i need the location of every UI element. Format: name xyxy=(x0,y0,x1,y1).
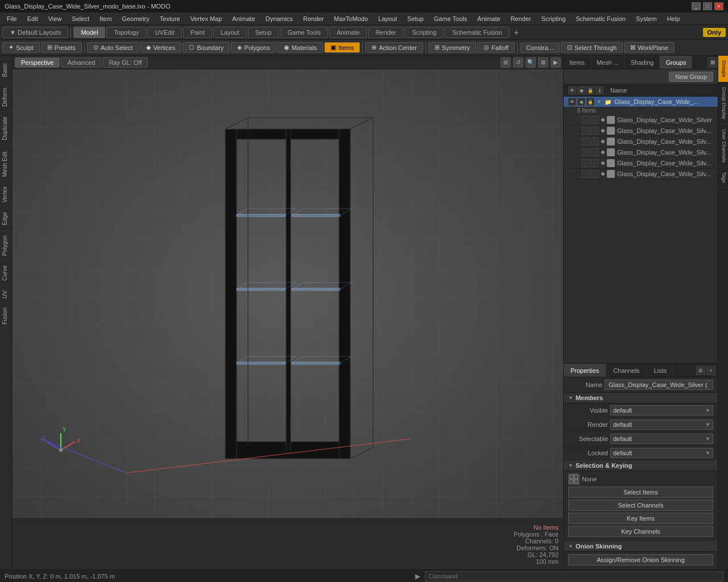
menu-edit[interactable]: Edit xyxy=(23,14,43,23)
rp-expand-icon[interactable]: ⊞ xyxy=(708,57,718,68)
layout-tab-game-tools[interactable]: Game Tools xyxy=(280,27,329,38)
new-group-button[interactable]: New Group xyxy=(669,72,713,82)
viewport-tab-ray[interactable]: Ray GL: Off xyxy=(102,57,148,68)
sidebar-tab-mesh-edit[interactable]: Mesh Edit. xyxy=(0,145,13,181)
menu-scripting[interactable]: Scripting xyxy=(537,14,570,23)
menu-layout[interactable]: Layout xyxy=(374,14,402,23)
sub-item-3[interactable]: · · Glass_Display_Case_Wide_Silv... xyxy=(564,136,718,147)
sub-eye-icon-5[interactable]: · xyxy=(582,159,590,167)
rp-tab-groups[interactable]: Groups xyxy=(660,56,692,69)
select-channels-button[interactable]: Select Channels xyxy=(568,500,713,511)
sidebar-tab-duplicate[interactable]: Duplicate xyxy=(0,111,13,145)
vertices-button[interactable]: ◆ Vertices xyxy=(140,42,181,53)
sub-render-icon-3[interactable]: · xyxy=(591,138,599,146)
rp-tab-shading[interactable]: Shading xyxy=(625,56,660,69)
group-item[interactable]: 👁 ◉ 🔒 ▼ 📁 Glass_Display_Case_Wide_... xyxy=(564,97,718,107)
group-render-icon[interactable]: ◉ xyxy=(577,98,585,106)
key-items-button[interactable]: Key Items xyxy=(568,513,713,524)
col-info-icon[interactable]: ℹ xyxy=(595,86,603,94)
sub-item-2[interactable]: · · Glass_Display_Case_Wide_Silv... xyxy=(564,126,718,136)
sub-item-6[interactable]: · · Glass_Display_Case_Wide_Silv... xyxy=(564,169,718,180)
sub-render-icon-2[interactable]: · xyxy=(591,127,599,135)
menu-system[interactable]: System xyxy=(631,14,661,23)
viewport-fit-icon[interactable]: ⊠ xyxy=(538,57,548,68)
layout-tab-render[interactable]: Render xyxy=(368,27,403,38)
menu-render[interactable]: Render xyxy=(299,14,328,23)
prop-expand-icon[interactable]: ⊞ xyxy=(696,366,705,375)
sidebar-tab-curve[interactable]: Curve xyxy=(0,260,13,285)
falloff-button[interactable]: ◎ Falloff xyxy=(477,42,515,53)
menu-setup[interactable]: Setup xyxy=(403,14,428,23)
materials-button[interactable]: ◉ Materials xyxy=(278,42,324,53)
menu-help[interactable]: Help xyxy=(663,14,685,23)
sidebar-tab-edge[interactable]: Edge xyxy=(0,207,13,230)
right-vtab-group-display[interactable]: Group Display xyxy=(718,82,728,124)
sidebar-tab-polygon[interactable]: Polygon xyxy=(0,230,13,260)
layout-tab-scripting[interactable]: Scripting xyxy=(404,27,444,38)
menu-schematic[interactable]: Schematic Fusion xyxy=(572,14,630,23)
menu-select[interactable]: Select xyxy=(67,14,94,23)
right-vtab-user-channels[interactable]: User Channels xyxy=(718,124,728,168)
menu-geometry[interactable]: Geometry xyxy=(117,14,154,23)
prop-tab-properties[interactable]: Properties xyxy=(564,364,606,377)
layout-tab-animate[interactable]: Animate xyxy=(329,27,367,38)
col-render-icon[interactable]: ◉ xyxy=(577,86,585,94)
layout-tab-topology[interactable]: Topology xyxy=(106,27,146,38)
layout-tab-model[interactable]: Model xyxy=(73,27,105,38)
sidebar-tab-vertex[interactable]: Vertex xyxy=(0,181,13,207)
menu-render2[interactable]: Render xyxy=(506,14,536,23)
prop-tab-channels[interactable]: Channels xyxy=(606,364,647,377)
sub-render-icon-4[interactable]: · xyxy=(591,148,599,156)
keying-section-header[interactable]: ▼ Selection & Keying xyxy=(564,460,718,471)
viewport-play-icon[interactable]: ▶ xyxy=(551,57,561,68)
sub-render-icon-1[interactable]: · xyxy=(591,116,599,124)
menu-texture[interactable]: Texture xyxy=(155,14,185,23)
workplane-button[interactable]: ⊠ WorkPlane xyxy=(624,42,675,53)
col-eye-icon[interactable]: 👁 xyxy=(568,86,576,94)
layout-tab-uvedit[interactable]: UVEdit xyxy=(147,27,181,38)
layout-tab-setup[interactable]: Setup xyxy=(248,27,279,38)
menu-item[interactable]: Item xyxy=(95,14,116,23)
col-lock-icon[interactable]: 🔒 xyxy=(586,86,594,94)
sidebar-tab-fusion[interactable]: Fusion xyxy=(0,302,13,329)
right-vtab-groups[interactable]: Groups xyxy=(718,56,728,82)
sub-render-icon-5[interactable]: · xyxy=(591,159,599,167)
menu-maxtomodo[interactable]: MaxToModo xyxy=(329,14,373,23)
viewport-zoom-icon[interactable]: 🔍 xyxy=(526,57,536,68)
command-input[interactable] xyxy=(425,571,723,581)
group-eye-icon[interactable]: 👁 xyxy=(568,98,576,106)
onion-section-header[interactable]: ▼ Onion Skinning xyxy=(564,541,718,552)
layout-tab-schematic[interactable]: Schematic Fusion xyxy=(445,27,509,38)
viewport-grid-icon[interactable]: ⊞ xyxy=(500,57,511,68)
viewport-tab-advanced[interactable]: Advanced xyxy=(61,57,101,68)
layout-tab-paint[interactable]: Paint xyxy=(183,27,212,38)
layout-tab-layout[interactable]: Layout xyxy=(213,27,247,38)
sculpt-button[interactable]: ✦ Sculpt xyxy=(2,42,40,53)
sub-item-1[interactable]: · · Glass_Display_Case_Wide_Silver xyxy=(564,115,718,126)
viewport-tab-perspective[interactable]: Perspective xyxy=(15,57,60,68)
menu-animate[interactable]: Animate xyxy=(228,14,259,23)
layout-tab-default-layouts[interactable]: ▼ Default Layouts xyxy=(2,27,68,38)
sub-render-icon-6[interactable]: · xyxy=(591,170,599,178)
auto-select-button[interactable]: ⊙ Auto Select xyxy=(87,42,139,53)
render-dropdown[interactable]: default ▼ xyxy=(610,419,713,430)
locked-dropdown[interactable]: default ▼ xyxy=(610,448,713,458)
boundary-button[interactable]: ⬡ Boundary xyxy=(183,42,230,53)
visible-dropdown[interactable]: default ▼ xyxy=(610,405,713,415)
right-vtab-tags[interactable]: Tags xyxy=(718,168,728,188)
rp-tab-items[interactable]: Items xyxy=(564,56,591,69)
constraints-button[interactable]: Constra... xyxy=(520,43,560,53)
menu-dynamics[interactable]: Dynamics xyxy=(261,14,297,23)
presets-button[interactable]: ⊞ Presets xyxy=(41,42,82,53)
key-channels-button[interactable]: Key Channels xyxy=(568,526,713,537)
items-button[interactable]: ▣ Items xyxy=(324,42,360,53)
polygons-button[interactable]: ◈ Polygons xyxy=(231,42,276,53)
menu-view[interactable]: View xyxy=(44,14,67,23)
sidebar-tab-deform[interactable]: Deform. xyxy=(0,81,13,111)
sub-item-5[interactable]: · · Glass_Display_Case_Wide_Silv... xyxy=(564,158,718,169)
viewport-reset-icon[interactable]: ↺ xyxy=(513,57,523,68)
prop-settings-icon[interactable]: + xyxy=(706,366,715,375)
menu-animate2[interactable]: Animate xyxy=(473,14,504,23)
members-section-header[interactable]: ▼ Members xyxy=(564,393,718,404)
minimize-button[interactable]: _ xyxy=(692,2,701,10)
